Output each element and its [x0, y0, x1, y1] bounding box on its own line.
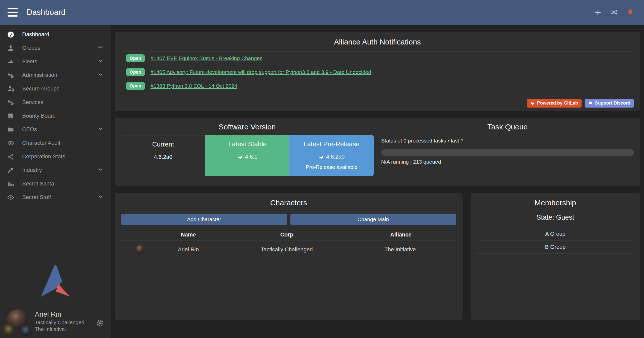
- sidebar-item-bounty-board[interactable]: Bounty Board: [0, 109, 111, 123]
- task-queue-progressbar: [381, 149, 634, 156]
- group-row: A Group: [477, 227, 633, 240]
- sidebar-item-services[interactable]: Services: [0, 95, 111, 109]
- sidebar-item-label: Secret Santa: [22, 180, 54, 187]
- gauge-icon: [7, 31, 19, 38]
- sidebar-item-label: Corporation Stats: [22, 153, 65, 160]
- sidebar-item-label: Dashboard: [22, 31, 49, 38]
- membership-title: Membership: [477, 199, 633, 207]
- sidebar-item-ceos[interactable]: CEOs: [0, 123, 111, 136]
- membership-groups: A Group B Group: [477, 227, 633, 254]
- gitlab-icon: [319, 154, 324, 160]
- discord-badge-label: Support Discord: [595, 101, 630, 106]
- gitlab-badge[interactable]: Powered by GitLab: [527, 99, 582, 108]
- version-prerelease: Latest Pre-Release 4.6.2a0 Pre-Release a…: [289, 135, 373, 176]
- sidebar-item-label: Services: [22, 99, 43, 106]
- discord-badge[interactable]: Support Discord: [585, 99, 634, 108]
- chevron-down-icon: [97, 71, 104, 79]
- characters-table: Name Corp Alliance Ariel Rin Tactically …: [121, 229, 456, 258]
- hamburger-bar: [8, 8, 18, 9]
- status-badge: Open: [126, 82, 145, 90]
- version-current: Current 4.6.2a0: [121, 135, 205, 176]
- navbar-actions: [594, 8, 634, 17]
- user-alliance: The Initiative.: [35, 326, 84, 332]
- sidebar-item-secret-santa[interactable]: Secret Santa: [0, 177, 111, 190]
- group-row: B Group: [477, 240, 633, 254]
- page-title: Dashboard: [27, 8, 65, 17]
- sidebar-item-character-audit[interactable]: Character Audit: [0, 136, 111, 150]
- shop-icon: [7, 112, 19, 120]
- notification-link[interactable]: #1407 EVE Equinox Status - Breaking Chan…: [150, 55, 262, 61]
- sidebar-item-label: CEOs: [22, 126, 37, 133]
- prerelease-note: Pre-Release available: [289, 164, 373, 170]
- notifications-panel: Alliance Auth Notifications Open #1407 E…: [115, 32, 640, 111]
- sidebar-menu: Dashboard Groups Fleets: [0, 25, 111, 204]
- task-queue-counts: N/A running | 213 queued: [381, 159, 634, 165]
- sidebar-item-corporation-stats[interactable]: Corporation Stats: [0, 150, 111, 163]
- version-number: 4.6.1: [245, 154, 257, 160]
- sidebar-item-label: Bounty Board: [22, 113, 56, 119]
- change-main-button[interactable]: Change Main: [290, 214, 456, 225]
- add-character-button[interactable]: Add Character: [121, 214, 287, 225]
- user-panel: Ariel Rin Tactically Challenged The Init…: [0, 303, 111, 338]
- eye-icon: [7, 194, 19, 201]
- notifications-title: Alliance Auth Notifications: [121, 38, 634, 46]
- notifications-list: Open #1407 EVE Equinox Status - Breaking…: [121, 51, 634, 93]
- sidebar-item-administration[interactable]: Administration: [0, 68, 111, 82]
- sidebar-item-label: Secret Stuff: [22, 194, 51, 201]
- sidebar: Dashboard Groups Fleets: [0, 25, 111, 338]
- alliance-auth-logo: [0, 265, 111, 297]
- sidebar-item-label: Fleets: [22, 58, 37, 65]
- footer-badges: Powered by GitLab Support Discord: [121, 99, 634, 108]
- user-corp: Tactically Challenged: [35, 319, 84, 326]
- character-row-portrait: [135, 245, 144, 254]
- user-avatar: [7, 309, 28, 337]
- status-badge: Open: [126, 68, 145, 76]
- sidebar-item-dashboard[interactable]: Dashboard: [0, 28, 111, 41]
- notification-link[interactable]: #1405 Advisory: Future development will …: [150, 69, 371, 75]
- main-content: Alliance Auth Notifications Open #1407 E…: [111, 25, 644, 338]
- software-version-column: Software Version Current 4.6.2a0 Latest …: [121, 123, 374, 181]
- chevron-down-icon: [97, 193, 104, 201]
- hamburger-bar: [8, 12, 18, 13]
- add-icon[interactable]: [594, 8, 602, 17]
- sidebar-item-groups[interactable]: Groups: [0, 41, 111, 55]
- table-header-row: Name Corp Alliance: [121, 229, 456, 241]
- sidebar-item-secure-groups[interactable]: Secure Groups: [0, 82, 111, 95]
- sidebar-item-fleets[interactable]: Fleets: [0, 55, 111, 68]
- version-number: 4.6.2a0: [154, 154, 172, 160]
- sidebar-item-label: Administration: [22, 72, 57, 78]
- version-label: Latest Stable: [205, 140, 289, 148]
- chevron-down-icon: [97, 58, 104, 66]
- user-icon: [7, 44, 19, 52]
- table-header-name: Name: [149, 231, 228, 238]
- characters-panel: Characters Add Character Change Main Nam…: [115, 193, 463, 320]
- version-label: Current: [121, 140, 205, 148]
- task-queue-column: Task Queue Status of 0 processed tasks •…: [381, 123, 634, 181]
- user-name: Ariel Rin: [35, 310, 84, 319]
- software-version-panel: Software Version Current 4.6.2a0 Latest …: [115, 118, 640, 186]
- table-row: Ariel Rin Tactically Challenged The Init…: [121, 241, 456, 258]
- sidebar-item-secret-stuff[interactable]: Secret Stuff: [0, 190, 111, 204]
- characters-title: Characters: [121, 199, 456, 207]
- characters-buttons: Add Character Change Main: [121, 214, 456, 225]
- cell-corp: Tactically Challenged: [228, 246, 346, 253]
- sidebar-item-industry[interactable]: Industry: [0, 163, 111, 177]
- shuffle-icon[interactable]: [610, 8, 618, 17]
- bell-icon[interactable]: [626, 8, 634, 17]
- notification-link[interactable]: #1383 Python 3.8 EOL - 14 Oct 2024: [150, 83, 237, 89]
- sidebar-item-label: Character Audit: [22, 140, 60, 146]
- hammer-icon: [7, 167, 19, 174]
- sidebar-item-label: Secure Groups: [22, 85, 59, 92]
- share-icon: [7, 153, 19, 160]
- gitlab-icon: [238, 154, 243, 160]
- chevron-down-icon: [97, 44, 104, 52]
- table-header-corp: Corp: [228, 231, 346, 238]
- task-queue-title: Task Queue: [381, 123, 634, 131]
- hamburger-menu-icon[interactable]: [8, 8, 18, 17]
- membership-panel: Membership State: Guest A Group B Group: [471, 193, 640, 320]
- chevron-down-icon: [97, 125, 104, 133]
- eye-icon: [7, 139, 19, 147]
- gifts-icon: [7, 180, 19, 187]
- app-window: Dashboard: [0, 0, 644, 338]
- gear-icon[interactable]: [96, 319, 104, 328]
